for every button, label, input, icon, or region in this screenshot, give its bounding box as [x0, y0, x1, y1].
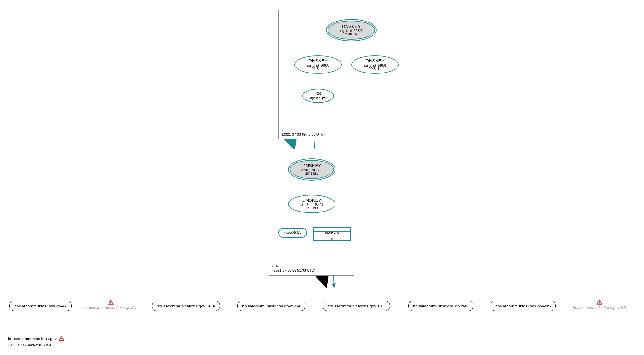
node-gov-ksk-title: DNSKEY — [302, 163, 321, 168]
svg-rect-1 — [332, 239, 332, 239]
rr-ns-2: housecommunications.gov/NS — [491, 301, 556, 311]
rr-soa-1-label: housecommunications.gov/SOA — [157, 304, 215, 308]
nsec3-header-line — [314, 231, 350, 232]
warning-icon — [597, 299, 602, 305]
node-gov-zsk-l2: alg=8, id=48498 — [300, 203, 323, 207]
node-root-zsk2: DNSKEY alg=8, id=14631 2048 bits — [351, 55, 399, 74]
node-root-zsk1: DNSKEY alg=8, id=26838 2048 bits — [294, 55, 342, 74]
node-gov-zsk: DNSKEY alg=8, id=48498 1280 bits — [288, 195, 335, 213]
rr-txt: housecommunications.gov/TXT — [323, 301, 390, 311]
node-gov-ksk-l3: 2048 bits — [305, 172, 318, 176]
svg-rect-7 — [599, 303, 600, 304]
svg-rect-4 — [110, 302, 111, 303]
warning-icon — [329, 237, 335, 240]
rr-ns-2-label: housecommunications.gov/NS — [495, 304, 551, 308]
rr-a: housecommunications.gov/A — [9, 301, 72, 311]
svg-rect-5 — [110, 303, 111, 304]
warning-icon — [59, 336, 64, 341]
diagram-canvas: . (2021-07-03 09:43:53 UTC) DNSKEY alg=8… — [0, 0, 644, 355]
node-gov-ksk-l2: alg=8, id=7698 — [301, 168, 322, 172]
node-root-zsk2-l3: 2048 bits — [369, 67, 382, 71]
node-root-ds-l2: digest alg=2 — [309, 96, 327, 100]
node-root-zsk2-title: DNSKEY — [366, 58, 385, 64]
zone-domain: (2021-07-03 09:52:08 UTC) — [5, 288, 639, 350]
node-root-zsk2-l2: alg=8, id=14631 — [364, 64, 386, 67]
zone-domain-ts: (2021-07-03 09:52:08 UTC) — [8, 343, 51, 347]
node-gov-soa-label: gov/SOA — [284, 231, 301, 235]
zone-gov-ts: (2021-07-03 09:51:33 UTC) — [272, 269, 315, 273]
node-root-ksk-l2: alg=8, id=20326 — [340, 29, 363, 33]
rr-a-gray-label: housecommunications.gov/A — [85, 306, 136, 310]
zone-domain-name-row: housecommunications.gov — [8, 336, 64, 341]
node-root-ksk: DNSKEY alg=8, id=20326 2048 bits — [326, 19, 377, 41]
zone-root-name: . — [282, 128, 325, 132]
node-gov-ksk: DNSKEY alg=8, id=7698 2048 bits — [288, 158, 335, 181]
node-root-ds: DS digest alg=2 — [302, 89, 334, 103]
rr-ns-1-label: housecommunications.gov/NS — [413, 304, 469, 308]
rr-a-label: housecommunications.gov/A — [14, 304, 67, 308]
svg-rect-2 — [61, 338, 62, 339]
node-root-zsk1-title: DNSKEY — [309, 58, 328, 64]
node-root-ds-title: DS — [315, 92, 321, 96]
node-gov-zsk-title: DNSKEY — [302, 198, 321, 203]
zone-root-ts: (2021-07-03 09:43:53 UTC) — [282, 132, 325, 136]
rr-ns-1: housecommunications.gov/NS — [408, 301, 473, 311]
svg-rect-0 — [332, 238, 332, 239]
zone-gov-name: gov — [272, 264, 315, 268]
rr-txt-label: housecommunications.gov/TXT — [328, 304, 385, 308]
rr-ns-gray-label: housecommunications.gov/NS — [573, 306, 626, 310]
node-root-ksk-title: DNSKEY — [342, 24, 361, 29]
rr-soa-2: housecommunications.gov/SOA — [237, 301, 305, 311]
rr-ns-gray: housecommunications.gov/NS — [573, 299, 626, 310]
zone-domain-name-text: housecommunications.gov — [8, 336, 57, 341]
node-root-zsk1-l2: alg=8, id=26838 — [307, 64, 329, 67]
node-nsec3: NSEC3 — [313, 227, 351, 241]
rr-a-gray: housecommunications.gov/A — [85, 299, 136, 310]
rr-soa-2-label: housecommunications.gov/SOA — [242, 304, 301, 308]
warning-icon — [108, 299, 114, 305]
svg-rect-3 — [61, 340, 62, 340]
node-root-ksk-l3: 2048 bits — [345, 33, 358, 36]
node-gov-zsk-l3: 1280 bits — [305, 206, 318, 210]
node-root-zsk1-l3: 2048 bits — [312, 67, 325, 71]
rr-soa-1: housecommunications.gov/SOA — [152, 301, 220, 311]
node-gov-soa: gov/SOA — [278, 228, 307, 238]
svg-rect-6 — [599, 302, 600, 303]
